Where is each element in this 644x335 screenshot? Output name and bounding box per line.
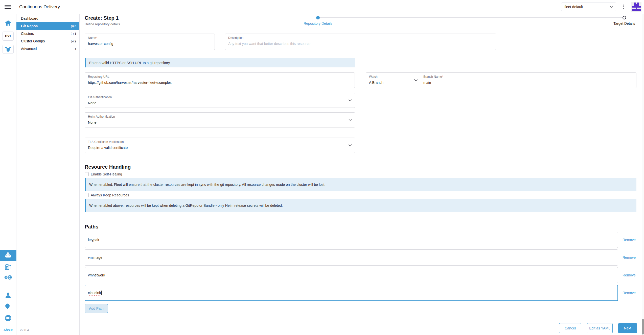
app-title: Continuous Delivery: [19, 4, 60, 10]
virtualization-management-icon[interactable]: [4, 275, 12, 280]
sidebar-item-dashboard[interactable]: Dashboard: [16, 15, 79, 22]
sidebar-item-cluster-groups[interactable]: Cluster Groups (=) 2: [16, 37, 79, 45]
required-asterisk: *: [442, 75, 443, 78]
checkbox-icon: [85, 172, 89, 176]
step-dot-target-details: [623, 16, 626, 19]
git-authentication-value: None: [88, 101, 352, 105]
workspace-select[interactable]: fleet-default: [561, 3, 616, 11]
path-input[interactable]: keypair: [85, 232, 618, 248]
main-content: Create: Step 1 Define repository details…: [80, 14, 644, 335]
edit-as-yaml-button[interactable]: Edit as YAML: [587, 323, 613, 333]
remove-path-link[interactable]: Remove: [623, 238, 636, 242]
sidebar-item-label: Cluster Groups: [21, 39, 71, 43]
name-value: harvester-config: [88, 42, 212, 46]
url-info-banner: Enter a valid HTTPS or SSH URL to a git …: [85, 58, 355, 67]
cluster-shortcut-hv1[interactable]: HV1: [3, 32, 14, 41]
step-label-target-details: Target Details: [613, 21, 635, 25]
repository-url-value: https://github.com/harvester/harvester-f…: [88, 81, 352, 85]
cluster-shortcut-label: HV1: [5, 34, 11, 38]
name-field[interactable]: Name* harvester-config: [85, 34, 215, 50]
chevron-down-icon: [349, 144, 352, 146]
remove-path-link[interactable]: Remove: [623, 255, 636, 260]
continuous-delivery-fleet-icon[interactable]: [0, 250, 16, 261]
chevron-right-icon: ›: [75, 47, 76, 51]
repository-url-label: Repository URL: [88, 75, 352, 79]
cancel-button[interactable]: Cancel: [559, 323, 581, 333]
path-input[interactable]: vmimage: [85, 249, 618, 266]
vertical-scrollbar: [642, 14, 644, 335]
page-subtitle: Define repository details: [85, 22, 120, 26]
wizard-step-header: Create: Step 1 Define repository details…: [80, 14, 644, 28]
checkbox-icon: [85, 193, 89, 197]
tls-verification-select[interactable]: TLS Certificate Verification Require a v…: [85, 138, 355, 153]
path-row: vmnetwork Remove: [85, 267, 636, 283]
kebab-menu-icon[interactable]: [622, 4, 626, 10]
path-input-focused[interactable]: cloudinit: [85, 285, 618, 301]
users-authentication-icon[interactable]: [5, 292, 11, 298]
app-window: Continuous Delivery fleet-default HV1: [0, 0, 644, 335]
remove-path-link[interactable]: Remove: [623, 273, 636, 277]
watch-branch-group: Watch A Branch Branch Name* main: [366, 72, 636, 88]
helm-authentication-select[interactable]: Helm Authentication None: [85, 112, 355, 127]
branch-name-value: main: [423, 81, 633, 85]
path-row: keypair Remove: [85, 232, 636, 248]
text-cursor: [101, 291, 102, 295]
resource-handling-heading: Resource Handling: [85, 164, 636, 170]
description-placeholder: Any text you want that better describes …: [228, 42, 493, 46]
always-keep-resources-label: Always Keep Resources: [91, 193, 129, 197]
path-row: vmimage Remove: [85, 249, 636, 266]
local-cluster-icon[interactable]: [3, 45, 14, 54]
tls-verification-label: TLS Certificate Verification: [88, 140, 352, 144]
workspace-select-value: fleet-default: [564, 5, 610, 9]
count-icon: (=): [71, 40, 74, 43]
chevron-down-icon: [349, 119, 352, 121]
always-keep-resources-checkbox[interactable]: Always Keep Resources: [85, 193, 636, 197]
chevron-down-icon: [349, 99, 352, 101]
extensions-puzzle-icon[interactable]: [5, 303, 11, 310]
about-link[interactable]: About: [4, 328, 13, 332]
repository-url-field[interactable]: Repository URL https://github.com/harves…: [85, 72, 355, 88]
user-avatar[interactable]: [631, 2, 641, 12]
enable-self-healing-checkbox[interactable]: Enable Self-Healing: [85, 172, 636, 176]
required-asterisk: *: [96, 36, 97, 39]
sidebar-item-git-repos[interactable]: Git Repos (=) 0: [16, 22, 79, 30]
sidebar-item-label: Git Repos: [21, 24, 71, 28]
hamburger-menu-icon[interactable]: [5, 4, 12, 10]
stepper-line: [318, 17, 624, 18]
description-field[interactable]: Description Any text you want that bette…: [225, 34, 496, 50]
git-authentication-label: Git Authentication: [88, 95, 352, 99]
sidebar-item-advanced[interactable]: Advanced ›: [16, 45, 79, 53]
tls-verification-value: Require a valid certificate: [88, 146, 352, 150]
globe-icon[interactable]: [5, 315, 11, 321]
cluster-management-icon[interactable]: [5, 264, 12, 270]
count-icon: (=): [71, 24, 74, 28]
resource-count-badge: (=) 2: [71, 39, 76, 43]
path-row: cloudinit Remove: [85, 285, 636, 301]
resource-count-badge: (=) 0: [71, 24, 76, 28]
enable-self-healing-label: Enable Self-Healing: [91, 172, 122, 176]
sidebar: Dashboard Git Repos (=) 0 Clusters (=) 1: [16, 14, 80, 335]
home-icon[interactable]: [3, 18, 14, 28]
remove-path-link[interactable]: Remove: [623, 291, 636, 295]
count-icon: (=): [71, 32, 74, 35]
add-path-button[interactable]: Add Path: [85, 304, 108, 313]
top-bar: Continuous Delivery fleet-default: [0, 0, 644, 14]
watch-value: A Branch: [369, 81, 417, 85]
next-button[interactable]: Next: [618, 323, 637, 333]
sidebar-item-label: Clusters: [21, 32, 71, 36]
git-authentication-select[interactable]: Git Authentication None: [85, 93, 355, 108]
helm-authentication-label: Helm Authentication: [88, 115, 352, 118]
keep-resources-info-banner: When enabled above, resources will be ke…: [85, 199, 636, 212]
watch-label: Watch: [369, 75, 417, 79]
branch-name-field[interactable]: Branch Name* main: [420, 73, 636, 88]
watch-select[interactable]: Watch A Branch: [366, 73, 420, 88]
version-label: v2.8.4: [20, 328, 29, 332]
page-title: Create: Step 1: [85, 15, 119, 21]
sidebar-item-clusters[interactable]: Clusters (=) 1: [16, 30, 79, 37]
scrollbar-thumb[interactable]: [642, 319, 644, 334]
resource-count-badge: (=) 1: [71, 32, 76, 36]
path-input[interactable]: vmnetwork: [85, 267, 618, 283]
paths-heading: Paths: [85, 224, 636, 230]
self-healing-info-banner: When enabled, Fleet will ensure that the…: [85, 178, 636, 191]
branch-name-label: Branch Name: [423, 75, 442, 79]
